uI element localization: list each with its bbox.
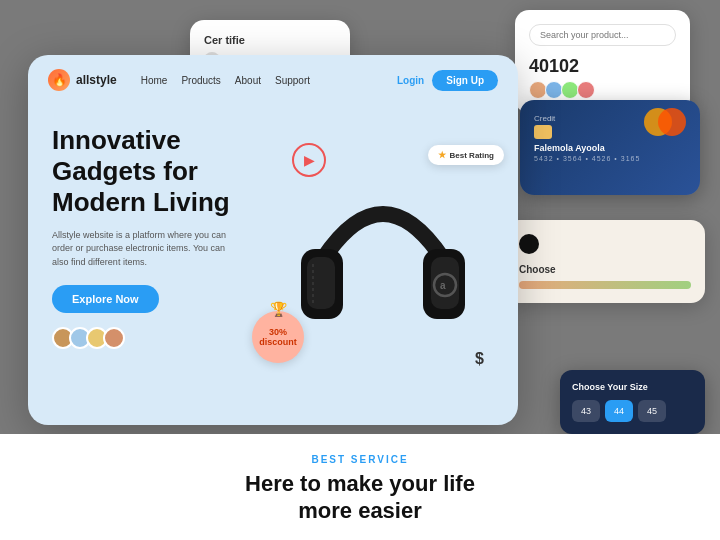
nav-links: Home Products About Support — [141, 75, 397, 86]
navbar: 🔥 allstyle Home Products About Support L… — [28, 55, 518, 105]
rating-label: Best Rating — [450, 151, 494, 160]
hero-right: ▶ a — [272, 115, 494, 423]
nav-about[interactable]: About — [235, 75, 261, 86]
nav-home[interactable]: Home — [141, 75, 168, 86]
hero-title: Innovative Gadgets for Modern Living — [52, 125, 272, 219]
card-number: 5432 • 3564 • 4526 • 3165 — [534, 155, 686, 162]
credit-card: Credit Falemola Ayoola 5432 • 3564 • 452… — [520, 100, 700, 195]
back-card-stats: 40102 — [515, 10, 690, 113]
discount-percent: 30% — [269, 327, 287, 337]
service-title-line2: more easier — [298, 498, 422, 523]
size-btn-44[interactable]: 44 — [605, 400, 633, 422]
discount-label: discount — [259, 337, 297, 347]
best-service-label: BEST SERVICE — [0, 454, 720, 465]
size-buttons: 43 44 45 — [572, 400, 693, 422]
hero-title-line1: Innovative — [52, 125, 181, 155]
trophy-icon: 🏆 — [270, 301, 287, 317]
best-service-title: Here to make your life more easier — [0, 471, 720, 524]
avatar-4 — [577, 81, 595, 99]
hero-description: Allstyle website is a platform where you… — [52, 229, 242, 270]
color-circles — [519, 234, 691, 254]
svg-rect-1 — [307, 257, 335, 309]
main-hero-card: 🔥 allstyle Home Products About Support L… — [28, 55, 518, 425]
service-title-line1: Here to make your life — [245, 471, 475, 496]
nav-products[interactable]: Products — [181, 75, 220, 86]
size-btn-43[interactable]: 43 — [572, 400, 600, 422]
logo-text: allstyle — [76, 73, 117, 87]
hero-left: Innovative Gadgets for Modern Living All… — [52, 115, 272, 423]
avatar-row — [529, 81, 676, 99]
nav-support[interactable]: Support — [275, 75, 310, 86]
size-card: Choose Your Size 43 44 45 — [560, 370, 705, 434]
search-input[interactable] — [529, 24, 676, 46]
credit-chip — [534, 125, 552, 139]
color-bar — [519, 281, 691, 289]
svg-text:a: a — [440, 280, 446, 291]
certified-title: Cer tifie — [204, 34, 336, 46]
logo: 🔥 allstyle — [48, 69, 117, 91]
hero-title-line3: Modern Living — [52, 187, 230, 217]
login-button[interactable]: Login — [397, 75, 424, 86]
hero-title-line2: Gadgets for — [52, 156, 198, 186]
credit-circle-red — [658, 108, 686, 136]
headphone-illustration: a — [283, 149, 483, 389]
rating-badge: ★ Best Rating — [428, 145, 504, 165]
signup-button[interactable]: Sign Up — [432, 70, 498, 91]
star-icon: ★ — [438, 150, 446, 160]
user-avatar-4 — [103, 327, 125, 349]
discount-badge: 🏆 30% discount — [252, 311, 304, 363]
nav-auth: Login Sign Up — [397, 70, 498, 91]
explore-now-button[interactable]: Explore Now — [52, 285, 159, 313]
color-chooser-card: Choose — [505, 220, 705, 303]
logo-flame-icon: 🔥 — [52, 73, 67, 87]
color-black[interactable] — [519, 234, 539, 254]
size-btn-45[interactable]: 45 — [638, 400, 666, 422]
customer-count: 40102 — [529, 56, 676, 77]
headphone-svg: a — [283, 149, 483, 389]
logo-icon: 🔥 — [48, 69, 70, 91]
dollar-sign: $ — [475, 350, 484, 368]
hero-content: Innovative Gadgets for Modern Living All… — [28, 105, 518, 423]
bottom-section: BEST SERVICE Here to make your life more… — [0, 434, 720, 540]
cardholder-name: Falemola Ayoola — [534, 143, 686, 153]
user-avatars — [52, 327, 272, 349]
choose-label: Choose — [519, 264, 691, 275]
size-card-title: Choose Your Size — [572, 382, 693, 392]
